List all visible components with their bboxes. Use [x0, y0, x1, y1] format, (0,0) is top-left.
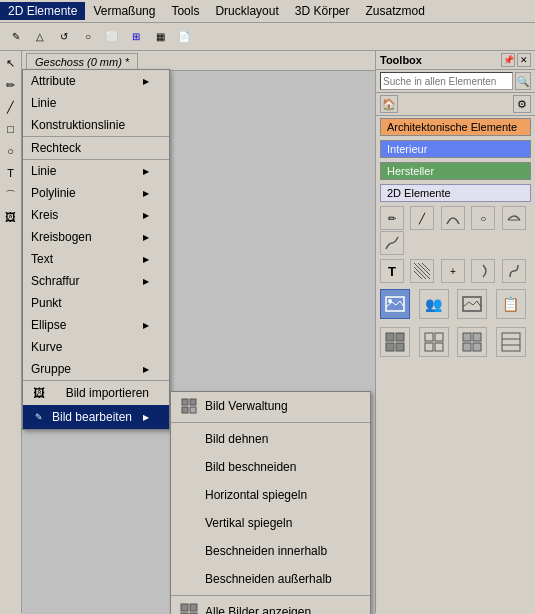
menu-item-rechteck[interactable]: Rechteck	[23, 136, 169, 159]
toolbar-btn-1[interactable]: ✎	[5, 26, 27, 48]
toolbox-title: Toolbox	[380, 54, 422, 66]
category-int[interactable]: Interieur	[380, 140, 531, 158]
menu-item-gruppe[interactable]: Gruppe ▶	[23, 358, 169, 380]
menu-drucklayout[interactable]: Drucklayout	[207, 2, 286, 20]
menu-item-text[interactable]: Text ▶	[23, 248, 169, 270]
menu-item-kurve[interactable]: Kurve	[23, 336, 169, 358]
submenu-vertikal-spiegeln[interactable]: Vertikal spiegeln	[171, 509, 370, 537]
menu-zusatzmod[interactable]: Zusatzmod	[358, 2, 433, 20]
svg-rect-22	[396, 333, 404, 341]
left-tool-pen[interactable]: ✏	[1, 75, 21, 95]
svg-rect-5	[190, 604, 197, 611]
toolbox-close-btn[interactable]: ✕	[517, 53, 531, 67]
tb-image2[interactable]	[457, 289, 487, 319]
menu-item-polylinie-arrow: ▶	[143, 189, 149, 198]
tb-s-curve2[interactable]	[502, 259, 526, 283]
toolbar-btn-7[interactable]: ▦	[149, 26, 171, 48]
submenu-beschneiden-ausserhalb[interactable]: Beschneiden außerhalb	[171, 565, 370, 593]
menu-vermabung[interactable]: Vermaßung	[85, 2, 163, 20]
left-tool-curve[interactable]: ⌒	[1, 185, 21, 205]
submenu-sep2	[171, 595, 370, 596]
left-tool-rect[interactable]: □	[1, 119, 21, 139]
toolbox-gear-btn[interactable]: ⚙	[513, 95, 531, 113]
submenu-bild-verwaltung[interactable]: Bild Verwaltung	[171, 392, 370, 420]
left-tool-line[interactable]: ╱	[1, 97, 21, 117]
tb-text-T[interactable]: T	[380, 259, 404, 283]
tb-grid2[interactable]	[419, 327, 449, 357]
tb-arc[interactable]	[441, 206, 465, 230]
menu-2d-elemente[interactable]: 2D Elemente	[0, 2, 85, 20]
submenu-beschneiden-innerhalb[interactable]: Beschneiden innerhalb	[171, 537, 370, 565]
toolbox-pin-btn[interactable]: 📌	[501, 53, 515, 67]
menu-tools[interactable]: Tools	[163, 2, 207, 20]
toolbar-btn-2[interactable]: △	[29, 26, 51, 48]
beschneiden-ausserhalb-spacer	[179, 569, 199, 589]
toolbar-btn-8[interactable]: 📄	[173, 26, 195, 48]
category-2d[interactable]: 2D Elemente	[380, 184, 531, 202]
tab-geschoss[interactable]: Geschoss (0 mm) *	[26, 53, 138, 70]
svg-rect-3	[190, 407, 196, 413]
submenu-bild-beschneiden[interactable]: Bild beschneiden	[171, 453, 370, 481]
menu-item-polylinie[interactable]: Polylinie ▶	[23, 182, 169, 204]
menu-item-bild-importieren-label: Bild importieren	[66, 386, 149, 400]
left-tool-circle[interactable]: ○	[1, 141, 21, 161]
submenu-sep1	[171, 422, 370, 423]
left-tools: ↖ ✏ ╱ □ ○ T ⌒ 🖼	[0, 51, 22, 613]
left-tool-arrow[interactable]: ↖	[1, 53, 21, 73]
tb-pen[interactable]: ✏	[380, 206, 404, 230]
category-arch[interactable]: Architektonische Elemente	[380, 118, 531, 136]
submenu-bild-dehnen[interactable]: Bild dehnen	[171, 425, 370, 453]
toolbar-btn-4[interactable]: ○	[77, 26, 99, 48]
secondary-menu: Bild Verwaltung Bild dehnen Bild beschne…	[170, 391, 371, 614]
menu-item-linie2[interactable]: Linie ▶	[23, 159, 169, 182]
submenu-alle-bilder[interactable]: Alle Bilder anzeigen	[171, 598, 370, 614]
toolbox-home-btn[interactable]: 🏠	[380, 95, 398, 113]
category-her[interactable]: Hersteller	[380, 162, 531, 180]
tb-grid3[interactable]	[457, 327, 487, 357]
submenu-horizontal-spiegeln[interactable]: Horizontal spiegeln	[171, 481, 370, 509]
menu-item-attribute[interactable]: Attribute ▶	[23, 70, 169, 92]
svg-rect-26	[435, 333, 443, 341]
menu-item-kreis[interactable]: Kreis ▶	[23, 204, 169, 226]
tb-grid4[interactable]	[496, 327, 526, 357]
search-input[interactable]	[380, 72, 513, 90]
menu-item-punkt[interactable]: Punkt	[23, 292, 169, 314]
menu-item-bild-bearbeiten[interactable]: ✎ Bild bearbeiten ▶	[23, 405, 169, 429]
tb-curve-right[interactable]	[471, 259, 495, 283]
left-tool-text[interactable]: T	[1, 163, 21, 183]
tb-line-diag[interactable]: ╱	[410, 206, 434, 230]
svg-rect-30	[473, 333, 481, 341]
tb-curve-s[interactable]	[380, 231, 404, 255]
alle-bilder-icon	[179, 602, 199, 614]
toolbar-btn-3[interactable]: ↺	[53, 26, 75, 48]
toolbox-nav: 🏠 ⚙	[376, 93, 535, 116]
toolbar-btn-5[interactable]: ⬜	[101, 26, 123, 48]
tb-grid1[interactable]	[380, 327, 410, 357]
tb-half-circle[interactable]	[502, 206, 526, 230]
menu-item-konstruktionslinie[interactable]: Konstruktionslinie	[23, 114, 169, 136]
svg-rect-32	[473, 343, 481, 351]
tb-plus[interactable]: +	[441, 259, 465, 283]
menu-item-schraffur[interactable]: Schraffur ▶	[23, 270, 169, 292]
svg-rect-24	[396, 343, 404, 351]
submenu-alle-bilder-label: Alle Bilder anzeigen	[205, 605, 311, 614]
left-tool-image[interactable]: 🖼	[1, 207, 21, 227]
svg-point-19	[388, 299, 392, 303]
tb-circle[interactable]: ○	[471, 206, 495, 230]
menu-item-ellipse[interactable]: Ellipse ▶	[23, 314, 169, 336]
menu-item-bild-importieren[interactable]: 🖼 Bild importieren	[23, 380, 169, 405]
menu-3d-korper[interactable]: 3D Körper	[287, 2, 358, 20]
bild-verwaltung-icon	[179, 396, 199, 416]
tb-hatch[interactable]	[410, 259, 434, 283]
menu-item-schraffur-label: Schraffur	[31, 274, 79, 288]
search-button[interactable]: 🔍	[515, 72, 531, 90]
menu-item-linie1[interactable]: Linie	[23, 92, 169, 114]
bild-importieren-icon: 🖼	[31, 385, 47, 401]
tb-plan[interactable]: 📋	[496, 289, 526, 319]
menu-item-ellipse-label: Ellipse	[31, 318, 66, 332]
submenu-beschneiden-ausserhalb-label: Beschneiden außerhalb	[205, 572, 332, 586]
tb-people[interactable]: 👥	[419, 289, 449, 319]
menu-item-kreisbogen[interactable]: Kreisbogen ▶	[23, 226, 169, 248]
tb-image-sel[interactable]	[380, 289, 410, 319]
toolbar-btn-6[interactable]: ⊞	[125, 26, 147, 48]
